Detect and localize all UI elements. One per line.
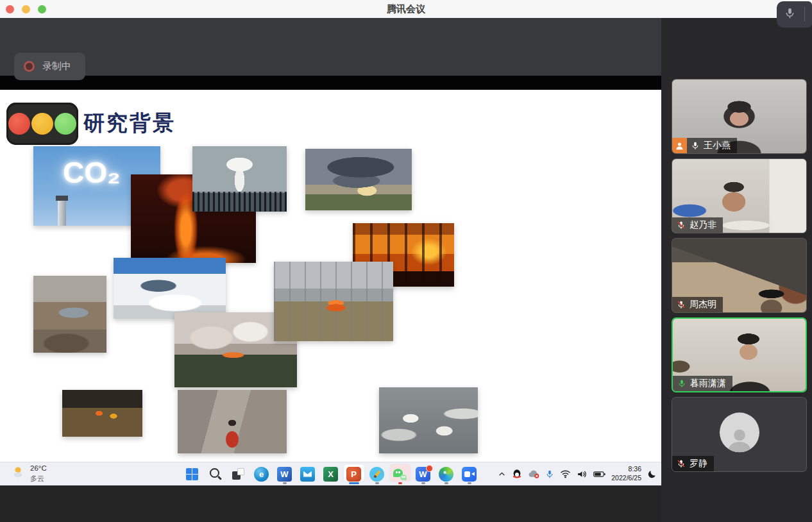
- slide-photo-penguins: [192, 146, 287, 212]
- slide-traffic-light-image: [6, 103, 78, 145]
- task-view-icon: [231, 467, 246, 482]
- participant-tile[interactable]: 王小燕: [672, 79, 807, 154]
- weather-temperature: 26°C: [30, 464, 47, 474]
- meeting-top-band: [0, 18, 661, 76]
- participant-tile[interactable]: 罗静: [672, 397, 807, 472]
- tray-time: 8:36: [629, 465, 641, 473]
- weather-condition: 多云: [30, 474, 47, 484]
- participant-tile[interactable]: 周杰明: [672, 238, 807, 313]
- powerpoint-icon: P: [346, 467, 361, 482]
- slide-photo-polar-bears: [379, 387, 478, 453]
- mail-taskbar-button[interactable]: [296, 462, 319, 485]
- tray-microphone-icon[interactable]: [545, 469, 554, 479]
- participant-mic-icon: [677, 379, 686, 388]
- tray-date: 2022/6/25: [611, 474, 641, 482]
- start-icon: [186, 468, 198, 480]
- meeting-icon: [462, 467, 477, 482]
- word-icon: W: [277, 467, 292, 482]
- battery-icon[interactable]: [593, 470, 605, 478]
- night-mode-moon-icon[interactable]: [647, 469, 657, 479]
- edge-legacy-taskbar-button[interactable]: e: [250, 462, 273, 485]
- letterbox-top: [0, 76, 661, 90]
- avatar-placeholder-icon: [720, 412, 759, 452]
- edge-taskbar-button[interactable]: [435, 462, 458, 485]
- volume-icon[interactable]: [577, 469, 588, 479]
- pencil-icon: [369, 467, 384, 482]
- excel-icon: X: [323, 467, 338, 482]
- weather-widget[interactable]: 26°C 多云: [7, 464, 47, 483]
- slide-photo-supercell-storm: [305, 149, 412, 210]
- notification-badge: [426, 465, 433, 472]
- shared-screen-area: 录制中 研究背景 CO₂: [0, 18, 661, 522]
- participant-mic-icon: [677, 459, 686, 468]
- recording-dot-icon: [24, 61, 35, 72]
- participant-name: 罗静: [689, 458, 707, 469]
- cloud-sync-error-icon[interactable]: [528, 469, 539, 479]
- participant-name: 周杰明: [689, 299, 716, 310]
- participant-label: 周杰明: [672, 297, 723, 312]
- tencent-docs-taskbar-button[interactable]: W: [412, 462, 435, 485]
- taskbar-apps: eWXPW: [181, 462, 481, 485]
- wechat-taskbar-button[interactable]: [389, 462, 412, 485]
- window-titlebar: 腾讯会议: [0, 0, 812, 18]
- start-taskbar-button[interactable]: [181, 462, 204, 485]
- slide-photo-earthquake-rubble: [33, 276, 106, 353]
- edge-legacy-icon: e: [254, 467, 269, 482]
- slide-title: 研究背景: [83, 109, 176, 138]
- slide-photo-flood-rescue: [274, 262, 393, 341]
- microphone-icon: [784, 7, 796, 22]
- excel-taskbar-button[interactable]: X: [319, 462, 343, 485]
- search-taskbar-button[interactable]: [204, 462, 227, 485]
- recording-indicator[interactable]: 录制中: [14, 53, 85, 80]
- clock[interactable]: 8:36 2022/6/25: [611, 465, 641, 482]
- tencent-meeting-window: 腾讯会议 录制中 研究背景 CO₂: [0, 0, 812, 522]
- tencent-docs-icon: W: [416, 467, 430, 482]
- word-taskbar-button[interactable]: W: [273, 462, 296, 485]
- weather-icon: [7, 466, 24, 482]
- task-view-taskbar-button[interactable]: [227, 462, 250, 485]
- participant-tile[interactable]: 赵乃非: [672, 158, 807, 233]
- pencil-taskbar-button[interactable]: [366, 462, 389, 485]
- participant-mic-icon: [691, 141, 700, 150]
- participant-name: 暮雨潇潇: [690, 378, 726, 389]
- wechat-icon: [393, 467, 407, 482]
- participant-mic-icon: [677, 300, 686, 309]
- participant-label: 暮雨潇潇: [673, 376, 732, 391]
- mic-control-button[interactable]: [777, 1, 812, 28]
- participant-label: 王小燕: [672, 138, 737, 153]
- participant-mic-icon: [677, 221, 686, 230]
- qq-tray-icon[interactable]: [512, 469, 522, 479]
- windows-taskbar: 26°C 多云 eWXPW: [0, 462, 661, 485]
- chevron-up-icon[interactable]: [498, 470, 506, 478]
- participant-name: 赵乃非: [689, 219, 716, 231]
- slide-photo-earthquake-person: [178, 390, 287, 453]
- participant-tile[interactable]: 暮雨潇潇: [672, 317, 807, 392]
- co2-cloud-text: CO₂: [63, 155, 120, 190]
- slide-photo-avalanche: [114, 258, 226, 319]
- host-badge-icon: [672, 138, 687, 153]
- pill-divider: [804, 7, 805, 22]
- wifi-icon[interactable]: [560, 469, 571, 478]
- system-tray: 8:36 2022/6/25: [498, 462, 657, 485]
- search-icon: [208, 467, 223, 482]
- edge-icon: [439, 467, 453, 482]
- presentation-slide: 研究背景 CO₂: [0, 90, 661, 462]
- participant-label: 赵乃非: [672, 217, 723, 233]
- powerpoint-taskbar-button[interactable]: P: [343, 462, 366, 485]
- window-title: 腾讯会议: [0, 3, 812, 15]
- participants-sidebar: 王小燕 赵乃非: [661, 18, 812, 522]
- meeting-taskbar-button[interactable]: [458, 462, 481, 485]
- letterbox-bottom: [0, 485, 661, 522]
- slide-photo-night-flood: [62, 390, 142, 437]
- mail-icon: [300, 467, 315, 482]
- chimney-shape: [58, 200, 66, 226]
- recording-label: 录制中: [42, 60, 71, 72]
- participant-label: 罗静: [672, 456, 714, 471]
- participant-name: 王小燕: [704, 140, 731, 151]
